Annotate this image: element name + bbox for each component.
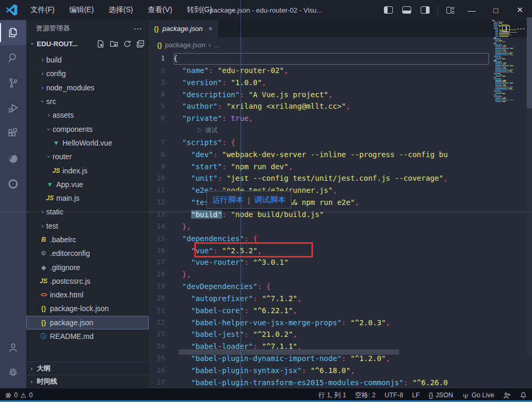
workspace-section-header[interactable]: › EDU-ROUT... [26, 37, 149, 50]
tree-item-.editorconfig[interactable]: ⚙.editorconfig [26, 246, 149, 260]
eol-status[interactable]: LF [412, 391, 420, 399]
settings-gear-icon[interactable] [0, 360, 26, 385]
customize-layout-icon[interactable] [446, 7, 454, 14]
minimap[interactable] [491, 20, 527, 356]
code-line-23[interactable]: 23 "babel-jest": "^21.0.2", [149, 328, 532, 341]
explorer-icon[interactable] [0, 20, 26, 45]
code-line-2[interactable]: 2 "name": "edu-router-02", [149, 65, 532, 77]
menu-item[interactable]: 编辑(E) [63, 3, 100, 17]
run-debug-icon[interactable] [0, 96, 26, 121]
language-mode-status[interactable]: {} JSON [429, 391, 453, 399]
code-line-4[interactable]: 4 "description": "A Vue.js project", [149, 89, 532, 101]
tree-item-package-lock.json[interactable]: {}package-lock.json [26, 302, 149, 315]
tree-item-test[interactable]: ›test [26, 219, 149, 233]
circle-tool-icon[interactable] [0, 171, 26, 197]
tree-item-App.vue[interactable]: ▼App.vue [26, 178, 149, 191]
vertical-scrollbar[interactable] [527, 20, 532, 356]
cursor-position-status[interactable]: 行 1, 列 1 [318, 391, 346, 400]
code-line-7[interactable]: 7 "scripts": { [149, 137, 532, 149]
code-line-18[interactable]: 18 }, [149, 269, 532, 281]
maximize-button[interactable]: □ [484, 0, 508, 20]
code-line-22[interactable]: 22 "babel-helper-vue-jsx-merge-props": "… [149, 317, 532, 329]
menu-item[interactable]: 查看(V) [141, 3, 179, 17]
code-line-19[interactable]: 19 "devDependencies": { [149, 281, 532, 293]
tree-item-.gitignore[interactable]: ◆.gitignore [26, 260, 149, 274]
code-line-27[interactable]: 27 "babel-plugin-transform-es2015-module… [149, 377, 532, 388]
line-number: 20 [149, 293, 173, 305]
codelens-row[interactable]: ▷ 调试 [149, 125, 532, 137]
info-file-icon: ⓘ [39, 332, 48, 341]
scrollbar-thumb[interactable] [527, 17, 532, 108]
tree-item-main.js[interactable]: JSmain.js [26, 191, 149, 205]
encoding-status[interactable]: UTF-8 [384, 391, 403, 399]
new-folder-icon[interactable] [110, 40, 118, 48]
toggle-secondary-sidebar-icon[interactable] [421, 6, 430, 14]
tree-item-static[interactable]: ›static [26, 205, 149, 219]
tree-item-nodemodules[interactable]: ›node_modules [26, 81, 149, 95]
tab-package-json[interactable]: {} package.json × [149, 20, 218, 37]
refresh-icon[interactable] [123, 40, 131, 48]
tree-item-HelloWorld.vue[interactable]: ▼HelloWorld.vue [26, 136, 149, 150]
indentation-status[interactable]: 空格: 2 [355, 391, 375, 400]
code-line-21[interactable]: 21 "babel-core": "^6.22.1", [149, 305, 532, 317]
source-control-icon[interactable] [0, 70, 26, 96]
warnings-status[interactable]: ⚠ 0 [20, 391, 33, 399]
menu-item[interactable]: ··· [221, 3, 241, 17]
code-line-9[interactable]: 9 "start": "npm run dev", [149, 161, 532, 173]
notifications-bell-icon[interactable] [520, 391, 527, 399]
code-line-20[interactable]: 20 "autoprefixer": "^7.1.2", [149, 293, 532, 305]
tree-item-build[interactable]: ›build [26, 53, 149, 67]
file-label: main.js [56, 194, 79, 202]
go-live-button[interactable]: Go Live [462, 391, 494, 399]
tree-item-router[interactable]: ›router [26, 150, 149, 163]
errors-status[interactable]: ⊗ 0 [5, 391, 18, 399]
tree-item-components[interactable]: ›components [26, 122, 149, 136]
tree-item-package.json[interactable]: {}package.json [26, 316, 149, 329]
code-line-14[interactable]: 14 }, [149, 221, 532, 233]
debug-codelens[interactable]: ▷ 调试 [173, 125, 217, 137]
collapse-all-icon[interactable] [137, 40, 144, 48]
breadcrumb-more[interactable]: ... [214, 41, 220, 49]
tab-bar: {} package.json × ··· [149, 20, 532, 37]
code-line-3[interactable]: 3 "version": "1.0.0", [149, 77, 532, 89]
timeline-panel-header[interactable]: › 时间线 [26, 375, 149, 388]
debug-script-link[interactable]: 调试脚本 [254, 195, 286, 205]
tree-item-index.js[interactable]: JSindex.js [26, 163, 149, 177]
menu-item[interactable]: 选择(S) [102, 3, 140, 17]
invite-person-icon[interactable] [503, 392, 511, 399]
menu-item[interactable]: 文件(F) [24, 3, 61, 17]
tree-item-README.md[interactable]: ⓘREADME.md [26, 329, 149, 343]
code-line-5[interactable]: 5 "author": "xrilang <xrilang@mllt.cc>", [149, 100, 532, 112]
horizontal-scrollbar-thumb[interactable] [179, 349, 399, 355]
extensions-icon[interactable] [0, 121, 26, 146]
tree-item-assets[interactable]: ›assets [26, 108, 149, 122]
breadcrumb-file[interactable]: package.json [165, 41, 205, 49]
tree-item-config[interactable]: ›config [26, 67, 149, 80]
code-line-13[interactable]: 13 "build": "node build/build.js" [149, 209, 532, 221]
tree-item-src[interactable]: ›src [26, 95, 149, 108]
code-line-8[interactable]: 8 "dev": "webpack-dev-server --inline --… [149, 149, 532, 161]
tree-item-.babelrc[interactable]: B.babelrc [26, 233, 149, 246]
code-line-10[interactable]: 10 "unit": "jest --config test/unit/jest… [149, 172, 532, 184]
tab-close-icon[interactable]: × [208, 25, 213, 33]
file-label: .editorconfig [50, 249, 90, 257]
code-line-1[interactable]: 1{ [149, 53, 532, 65]
code-line-6[interactable]: 6 "private": true, [149, 112, 532, 125]
tree-item-index.html[interactable]: <>index.html [26, 288, 149, 302]
code-line-26[interactable]: 26 "babel-plugin-syntax-jsx": "^6.18.0", [149, 365, 532, 377]
minimize-button[interactable]: — [460, 0, 484, 20]
code-line-17[interactable]: 17 "vue-router": "^3.0.1" [149, 256, 532, 269]
menu-item[interactable]: 转到(G) [181, 3, 218, 17]
breadcrumb[interactable]: {} package.json › ... [149, 37, 532, 53]
browser-tools-icon[interactable] [0, 146, 26, 171]
outline-panel-header[interactable]: › 大纲 [26, 362, 149, 375]
tree-item-.postcssrc.js[interactable]: JS.postcssrc.js [26, 274, 149, 288]
account-icon[interactable] [0, 335, 26, 360]
run-script-link[interactable]: 运行脚本 [212, 195, 244, 205]
new-file-icon[interactable] [97, 40, 105, 48]
code-area[interactable]: 1{2 "name": "edu-router-02",3 "version":… [149, 53, 532, 388]
toggle-panel-icon[interactable] [402, 6, 411, 14]
search-icon[interactable] [0, 45, 26, 70]
explorer-more-icon[interactable]: ··· [134, 25, 142, 33]
toggle-sidebar-icon[interactable] [384, 6, 393, 14]
